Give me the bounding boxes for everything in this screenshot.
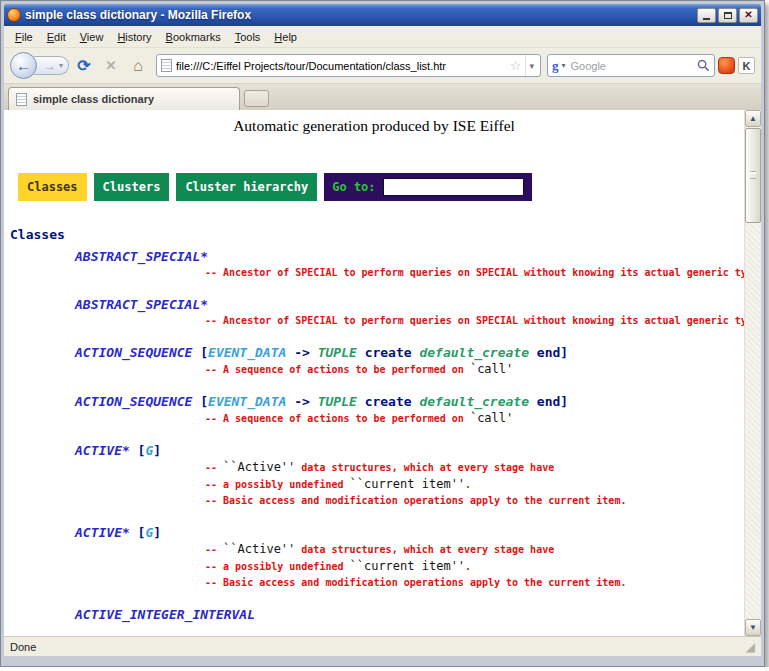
minimize-button[interactable] (697, 8, 716, 23)
search-input[interactable] (569, 59, 694, 73)
class-entry: ACTION_SEQUENCE [EVENT_DATA -> TUPLE cre… (4, 345, 744, 378)
window-controls: ✕ (695, 8, 758, 23)
menubar: FileEditViewHistoryBookmarksToolsHelp (4, 26, 761, 48)
menu-item-file[interactable]: File (8, 28, 40, 46)
maximize-button[interactable] (718, 8, 737, 23)
goto-label: Go to: (332, 180, 375, 194)
class-entry: ACTIVE* [G]-- ``Active'' data structures… (4, 525, 744, 591)
vertical-scrollbar[interactable]: ▲ ▼ (744, 110, 761, 636)
clusters-button[interactable]: Clusters (94, 173, 170, 201)
menu-item-edit[interactable]: Edit (40, 28, 73, 46)
class-link[interactable]: ACTIVE* [G] (75, 525, 744, 541)
menu-item-bookmarks[interactable]: Bookmarks (159, 28, 228, 46)
back-button[interactable]: ← (10, 52, 37, 79)
class-entry: ACTIVE_INTEGER_INTERVAL (4, 607, 744, 623)
scrollbar-thumb[interactable] (745, 128, 761, 223)
class-comment: -- Basic access and modification operati… (205, 575, 744, 591)
class-link[interactable]: ACTION_SEQUENCE [EVENT_DATA -> TUPLE cre… (75, 394, 744, 410)
goto-input[interactable] (383, 178, 524, 196)
window-title: simple class dictionary - Mozilla Firefo… (25, 8, 691, 22)
url-dropdown-icon[interactable]: ▾ (525, 55, 537, 76)
home-button[interactable]: ⌂ (126, 54, 150, 78)
class-comment: -- A sequence of actions to be performed… (205, 410, 744, 427)
scroll-up-button[interactable]: ▲ (745, 110, 761, 127)
url-bar[interactable]: ☆ ▾ (156, 54, 541, 77)
class-entry: ABSTRACT_SPECIAL*-- Ancestor of SPECIAL … (4, 249, 744, 281)
firefox-app-icon (7, 8, 21, 22)
google-engine-icon[interactable]: g (552, 58, 559, 74)
class-comment: -- Basic access and modification operati… (205, 493, 744, 509)
back-icon: ← (16, 57, 31, 74)
class-entry: ACTIVE* [G]-- ``Active'' data structures… (4, 443, 744, 509)
class-comment: -- a possibly undefined ``current item''… (205, 558, 744, 575)
class-comment: -- ``Active'' data structures, which at … (205, 541, 744, 558)
status-bar: Done ◢ (4, 636, 761, 656)
class-link[interactable]: ABSTRACT_SPECIAL* (75, 249, 744, 265)
menu-item-view[interactable]: View (73, 28, 111, 46)
resize-grip[interactable]: ◢ (746, 641, 755, 653)
titlebar[interactable]: simple class dictionary - Mozilla Firefo… (4, 4, 761, 26)
page-favicon-icon (161, 59, 172, 72)
class-comment: -- Ancestor of SPECIAL to perform querie… (205, 313, 744, 329)
class-entry: ABSTRACT_SPECIAL*-- Ancestor of SPECIAL … (4, 297, 744, 329)
class-link[interactable]: ACTIVE_INTEGER_INTERVAL (75, 607, 744, 623)
maximize-icon (724, 12, 732, 19)
close-button[interactable]: ✕ (739, 8, 758, 23)
content-area: Automatic generation produced by ISE Eif… (4, 110, 761, 636)
menu-item-tools[interactable]: Tools (228, 28, 268, 46)
document-page: Automatic generation produced by ISE Eif… (4, 110, 744, 636)
refresh-button[interactable]: ⟳ (72, 54, 96, 78)
minimize-icon (703, 18, 710, 20)
search-magnifier-icon[interactable] (697, 59, 710, 72)
close-icon: ✕ (744, 10, 752, 20)
class-entry: ACTION_SEQUENCE [EVENT_DATA -> TUPLE cre… (4, 394, 744, 427)
class-comment: -- A sequence of actions to be performed… (205, 361, 744, 378)
classes-button[interactable]: Classes (18, 173, 87, 201)
navigation-toolbar: ← → ▾ ⟳ ✕ ⌂ ☆ ▾ g ▾ K (4, 48, 761, 84)
stop-button[interactable]: ✕ (99, 54, 123, 78)
goto-box: Go to: (324, 173, 531, 201)
scrollbar-track[interactable] (745, 127, 761, 619)
addon-icon-k[interactable]: K (738, 57, 755, 74)
menu-item-history[interactable]: History (110, 28, 158, 46)
class-comment: -- a possibly undefined ``current item''… (205, 476, 744, 493)
addon-icon-orange[interactable] (718, 57, 735, 74)
bookmark-star-icon[interactable]: ☆ (510, 58, 522, 73)
cluster-hierarchy-button[interactable]: Cluster hierarchy (176, 173, 317, 201)
url-input[interactable] (176, 60, 506, 72)
doc-nav-row: Classes Clusters Cluster hierarchy Go to… (18, 173, 744, 201)
class-link[interactable]: ABSTRACT_SPECIAL* (75, 297, 744, 313)
status-text: Done (10, 641, 36, 653)
class-link[interactable]: ACTION_SEQUENCE [EVENT_DATA -> TUPLE cre… (75, 345, 744, 361)
new-tab-button[interactable] (244, 90, 269, 107)
search-engine-dropdown-icon[interactable]: ▾ (562, 61, 566, 70)
scroll-down-button[interactable]: ▼ (745, 619, 761, 636)
forward-button[interactable]: → (44, 59, 56, 73)
class-list: ABSTRACT_SPECIAL*-- Ancestor of SPECIAL … (4, 249, 744, 623)
class-link[interactable]: ACTIVE* [G] (75, 443, 744, 459)
tab-bar: simple class dictionary (4, 84, 761, 110)
tab-page-icon (16, 93, 27, 106)
class-comment: -- Ancestor of SPECIAL to perform querie… (205, 265, 744, 281)
menu-item-help[interactable]: Help (267, 28, 304, 46)
history-dropdown-icon[interactable]: ▾ (59, 61, 63, 70)
search-box[interactable]: g ▾ (547, 54, 715, 77)
forward-button-group: → ▾ (34, 56, 69, 75)
firefox-window: simple class dictionary - Mozilla Firefo… (0, 0, 765, 667)
page-heading: Automatic generation produced by ISE Eif… (4, 117, 744, 135)
tab-simple-class-dictionary[interactable]: simple class dictionary (8, 87, 240, 110)
class-comment: -- ``Active'' data structures, which at … (205, 459, 744, 476)
section-title: Classes (10, 227, 744, 243)
tab-label: simple class dictionary (33, 93, 154, 105)
